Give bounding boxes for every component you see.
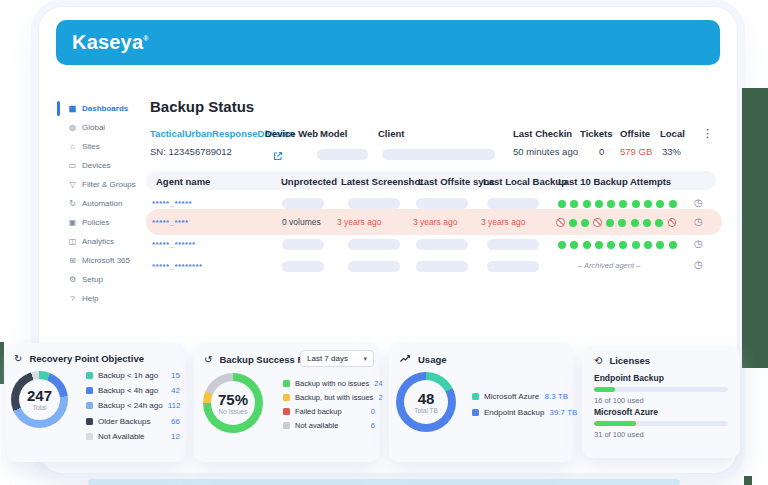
legend-swatch [283, 422, 290, 429]
history-clock-icon[interactable]: ◷ [694, 216, 703, 227]
redacted-cell [487, 261, 539, 272]
col-device-web: Device Web [265, 128, 318, 139]
backup-attempts [556, 218, 676, 227]
bsr-rate: 75% [218, 392, 248, 407]
legend-item: Backup < 1h ago15 [86, 371, 180, 380]
legend-swatch [86, 387, 93, 394]
redacted-cell [282, 198, 324, 209]
history-clock-icon[interactable]: ◷ [694, 197, 703, 208]
sidebar-item-label: Devices [82, 161, 110, 170]
legend-swatch [86, 402, 93, 409]
sidebar-item-setup[interactable]: ⚙ Setup [57, 270, 141, 289]
attempt-ok-dot [631, 219, 639, 227]
attempt-ok-dot [606, 219, 614, 227]
global-icon: ◍ [68, 123, 77, 132]
legend-item: Backup < 4h ago42 [86, 386, 180, 395]
redacted-cell [348, 239, 400, 250]
agent-link[interactable]: *****_***** [152, 199, 192, 208]
legend-item: Microsoft Azure8.3 TB [472, 392, 568, 401]
redacted-cell [282, 261, 324, 272]
rpo-card: ↻ Recovery Point Objective 247 Total Bac… [6, 343, 186, 462]
last-checkin-value: 50 minutes ago [513, 146, 578, 157]
legend-swatch [86, 433, 93, 440]
dashboards-icon: ▦ [68, 104, 77, 113]
legend-swatch [283, 408, 290, 415]
th-agent-name: Agent name [156, 176, 210, 187]
background-accent-left [0, 342, 4, 384]
brand-header: Kaseya® [56, 20, 720, 65]
attempt-fail-icon [593, 218, 602, 227]
sidebar-item-policies[interactable]: ▣ Policies [57, 213, 141, 232]
history-clock-icon[interactable]: ◷ [694, 238, 703, 249]
agent-link[interactable]: *****_****** [152, 240, 196, 249]
sidebar: ▦ Dashboards ◍ Global ⌂ Sites ▭ Devices … [57, 99, 141, 308]
sidebar-item-label: Automation [82, 199, 122, 208]
time-range-select[interactable]: Last 7 days ▾ [300, 350, 374, 367]
sidebar-item-sites[interactable]: ⌂ Sites [57, 137, 141, 156]
attempt-ok-dot [644, 200, 652, 208]
attempt-ok-dot [656, 200, 664, 208]
refresh-icon: ↻ [14, 353, 22, 364]
col-local: Local [660, 128, 685, 139]
usage-total: 48 [418, 391, 435, 406]
legend-swatch [472, 409, 479, 416]
sidebar-item-label: Analytics [82, 237, 114, 246]
attempt-ok-dot [619, 200, 627, 208]
attempt-fail-icon [668, 218, 677, 227]
attempt-ok-dot [632, 241, 640, 249]
license-progress [594, 387, 728, 392]
legend-swatch [283, 380, 290, 387]
col-model: Model [320, 128, 347, 139]
automation-icon: ↻ [68, 199, 77, 208]
col-last-checkin: Last Checkin [513, 128, 572, 139]
overflow-menu-icon[interactable]: ⋮ [702, 127, 713, 140]
sidebar-item-analytics[interactable]: ◫ Analytics [57, 232, 141, 251]
usage-donut: 48 Total TB [396, 372, 456, 432]
redacted-cell [416, 239, 468, 250]
microsoft-365-icon: ⊞ [68, 256, 77, 265]
redacted-cell [416, 198, 468, 209]
sidebar-item-automation[interactable]: ↻ Automation [57, 194, 141, 213]
sidebar-item-global[interactable]: ◍ Global [57, 118, 141, 137]
external-link-icon[interactable] [273, 147, 283, 165]
sidebar-item-label: Dashboards [82, 104, 128, 113]
col-client: Client [378, 128, 404, 139]
agent-link[interactable]: *****_******** [152, 262, 203, 271]
attempt-ok-dot [656, 241, 664, 249]
legend-swatch [283, 394, 290, 401]
redacted-client [382, 149, 495, 160]
history-clock-icon[interactable]: ◷ [694, 259, 703, 270]
sidebar-item-label: Policies [82, 218, 110, 227]
kaseya-dashboard: Kaseya® ▦ Dashboards ◍ Global ⌂ Sites ▭ … [0, 0, 768, 485]
backup-attempts [558, 199, 677, 208]
sidebar-item-label: Setup [82, 275, 103, 284]
policies-icon: ▣ [68, 218, 77, 227]
attempt-ok-dot [607, 200, 615, 208]
legend-item: Backup < 24h ago112 [86, 401, 180, 410]
sidebar-item-filter-groups[interactable]: ▽ Filter & Groups [57, 175, 141, 194]
sidebar-item-microsoft-365[interactable]: ⊞ Microsoft 365 [57, 251, 141, 270]
sidebar-item-dashboards[interactable]: ▦ Dashboards [57, 99, 141, 118]
sidebar-item-help[interactable]: ? Help [57, 289, 141, 308]
bsr-donut: 75% No Issues [203, 373, 263, 433]
th-unprotected: Unprotected [281, 176, 337, 187]
attempt-ok-dot [569, 219, 577, 227]
legend-item: Older Backups66 [86, 417, 180, 426]
device-serial: SN: 123456789012 [150, 146, 232, 157]
attempt-ok-dot [570, 200, 578, 208]
offsite-age: 3 years ago [413, 217, 457, 227]
archived-agent-label: – Archived agent – [578, 261, 640, 270]
license-usage-caption: 31 of 100 used [594, 430, 644, 439]
usage-card: Usage 48 Total TB Microsoft Azure8.3 TB … [389, 343, 574, 462]
bsr-legend: Backup with no issues24 Backup, but with… [283, 379, 375, 430]
help-icon: ? [68, 294, 77, 303]
usage-card-title: Usage [418, 354, 447, 365]
bsr-rate-label: No Issues [219, 408, 248, 415]
sidebar-item-devices[interactable]: ▭ Devices [57, 156, 141, 175]
attempt-ok-dot [595, 200, 603, 208]
legend-item: Not Available12 [86, 432, 180, 441]
bsr-card: ↺ Backup Success Rate Last 7 days ▾ 75% … [194, 343, 380, 462]
agent-link[interactable]: *****_**** [152, 218, 188, 227]
legend-item: Not available6 [283, 421, 375, 430]
legend-item: Backup with no issues24 [283, 379, 375, 388]
